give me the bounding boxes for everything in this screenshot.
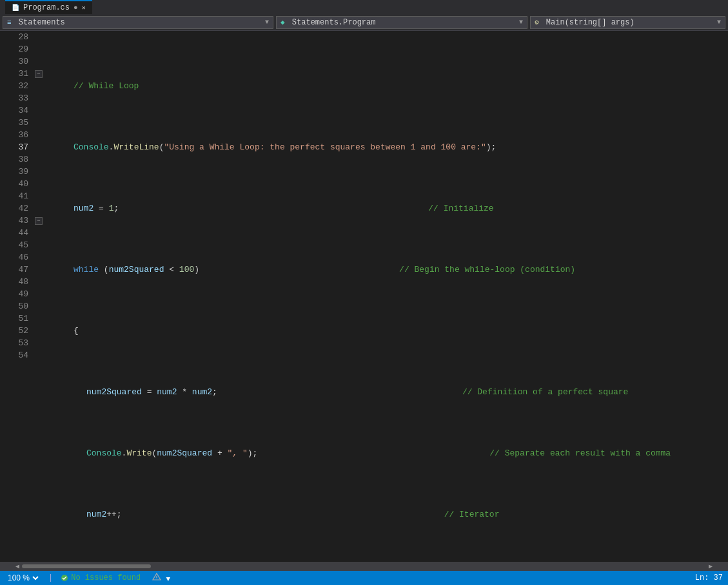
code-line-30: num2 = 1; // Initialize (48, 202, 728, 215)
method-icon: ⚙ (535, 19, 539, 26)
nav-statements-label: Statements (19, 18, 65, 27)
nav-right-arrow: ▼ (717, 19, 721, 26)
code-line-31: while (num2Squared < 100) // Begin the w… (48, 264, 728, 276)
file-tab[interactable]: 📄 Program.cs ● ✕ (5, 0, 92, 14)
status-right: Ln: 37 (695, 573, 723, 582)
line-num-35: 35 (5, 117, 28, 129)
line-num-40: 40 (5, 178, 28, 190)
line-num-45: 45 (5, 239, 28, 251)
line-num-44: 44 (5, 227, 28, 239)
svg-point-3 (157, 579, 157, 579)
nav-method-label: Main(string[] args) (546, 18, 635, 27)
statements-icon: ≡ (7, 19, 12, 26)
line-num-29: 29 (5, 43, 28, 55)
line-info: Ln: 37 (695, 573, 723, 582)
nav-bar: ≡ Statements ▼ ◆ Statements.Program ▼ ⚙ … (0, 14, 728, 31)
line-num-33: 33 (5, 92, 28, 104)
issues-label: No issues found (71, 573, 141, 582)
line-num-46: 46 (5, 251, 28, 264)
line-num-28: 28 (5, 31, 28, 43)
tab-close-button[interactable]: ✕ (82, 4, 86, 12)
code-line-35: num2++; // Iterator (48, 508, 728, 521)
zoom-select[interactable]: 100 % 75 % 125 % 150 % (5, 573, 41, 583)
check-circle-icon (61, 574, 68, 582)
warnings-arrow[interactable]: ▼ (166, 575, 170, 583)
line-num-34: 34 (5, 104, 28, 117)
status-bar: 100 % 75 % 125 % 150 % | No issues found… (0, 571, 728, 585)
line-num-32: 32 (5, 80, 28, 92)
line-num-38: 38 (5, 153, 28, 166)
line-num-49: 49 (5, 288, 28, 300)
status-left: 100 % 75 % 125 % 150 % | No issues found… (5, 572, 170, 584)
scroll-right-arrow[interactable]: ▶ (706, 562, 715, 570)
code-line-29: Console.WriteLine("Using a While Loop: t… (48, 141, 728, 153)
scrollbar-track[interactable] (22, 564, 706, 568)
line-num-39: 39 (5, 166, 28, 178)
line-num-37: 37 (5, 141, 28, 153)
code-line-32: { (48, 325, 728, 337)
line-num-53: 53 (5, 337, 28, 349)
code-line-33: num2Squared = num2 * num2; // Definition… (48, 386, 728, 398)
tab-modified: ● (74, 4, 78, 12)
file-icon: 📄 (12, 4, 19, 12)
line-num-42: 42 (5, 202, 28, 215)
line-num-43: 43 (5, 215, 28, 227)
code-line-34: Console.Write(num2Squared + ", "); // Se… (48, 447, 728, 459)
scroll-left-arrow[interactable]: ◀ (13, 562, 22, 570)
line-num-52: 52 (5, 325, 28, 337)
scrollbar-thumb[interactable] (22, 564, 151, 568)
line-num-50: 50 (5, 300, 28, 312)
program-icon: ◆ (280, 19, 285, 26)
collapse-while-button[interactable]: − (35, 70, 43, 78)
comment-while-loop: // While Loop (74, 80, 139, 92)
nav-program-label: Statements.Program (292, 18, 376, 27)
console-cls-29: Console (74, 141, 109, 153)
code-lines[interactable]: // While Loop Console.WriteLine("Using a… (45, 31, 728, 562)
line-num-41: 41 (5, 190, 28, 202)
title-bar: 📄 Program.cs ● ✕ (0, 0, 728, 14)
line-num-51: 51 (5, 312, 28, 325)
collapse-do-button[interactable]: − (35, 217, 43, 225)
nav-statements-dropdown[interactable]: ≡ Statements ▼ (3, 16, 273, 29)
warnings-icon (152, 572, 161, 581)
tab-label: Program.cs (23, 3, 70, 12)
nav-program-dropdown[interactable]: ◆ Statements.Program ▼ (276, 16, 527, 29)
nav-mid-arrow: ▼ (519, 19, 523, 26)
line-num-48: 48 (5, 276, 28, 288)
horizontal-scrollbar[interactable]: ◀ ▶ (0, 562, 728, 571)
no-issues-status: No issues found (61, 573, 141, 582)
line-numbers: 28 29 30 31 32 33 34 35 36 37 38 39 40 4… (0, 31, 34, 562)
status-divider2: ▼ (152, 572, 170, 584)
nav-left-arrow: ▼ (265, 19, 269, 26)
nav-method-dropdown[interactable]: ⚙ Main(string[] args) ▼ (530, 16, 725, 29)
line-num-31: 31 (5, 68, 28, 80)
line-num-36: 36 (5, 129, 28, 141)
line-num-54: 54 (5, 349, 28, 361)
code-area: 28 29 30 31 32 33 34 35 36 37 38 39 40 4… (0, 31, 728, 562)
line-num-47: 47 (5, 264, 28, 276)
status-divider: | (48, 573, 53, 582)
collapse-gutter: − − (34, 31, 45, 562)
code-line-28: // While Loop (48, 80, 728, 92)
line-num-30: 30 (5, 55, 28, 68)
